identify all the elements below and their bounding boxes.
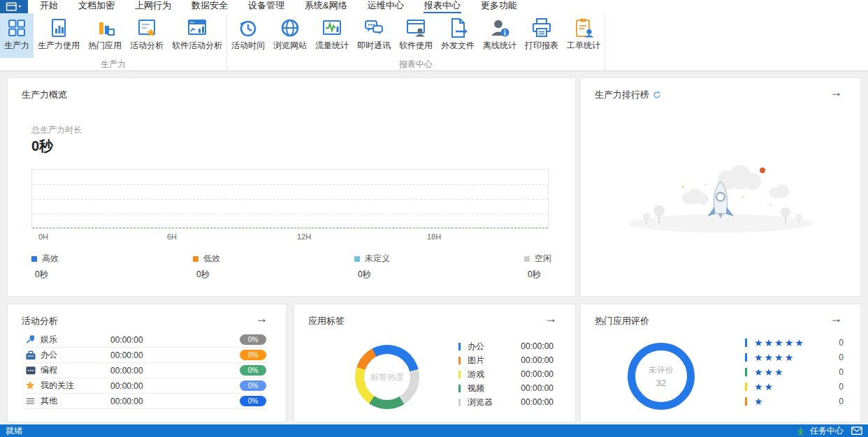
legend-tick (458, 343, 461, 350)
arrow-right-icon[interactable]: → (255, 311, 268, 325)
ribbon-button-doc-chart[interactable]: 生产力使用 (34, 13, 84, 58)
activity-row-编程[interactable]: 编程00:00:000% (24, 363, 266, 378)
activity-percent-badge: 0% (240, 380, 266, 391)
ribbon-button-bars[interactable]: 热门应用 (84, 13, 126, 58)
ribbon-button-clipboard-person[interactable]: 工单统计 (563, 13, 605, 58)
legend-item-高效[interactable]: 高效0秒 (31, 253, 59, 281)
x-tick-label: 12H (297, 232, 311, 241)
person-info-icon (489, 17, 511, 39)
tag-legend-row-办公[interactable]: 办公00:00:00 (458, 339, 554, 353)
tag-legend-row-浏览器[interactable]: 浏览器00:00:00 (458, 395, 554, 409)
ribbon-button-person-info[interactable]: 离线统计 (479, 13, 521, 58)
ribbon-button-label: 软件活动分析 (172, 40, 222, 50)
tag-time: 00:00:00 (521, 383, 554, 393)
ribbon-button-clock[interactable]: 活动时间 (227, 13, 269, 58)
activity-time: 00:00:00 (110, 335, 143, 345)
rating-count: 0 (839, 367, 844, 377)
ribbon-button-label: 工单统计 (567, 40, 600, 50)
globe-icon (279, 17, 301, 39)
tag-legend-row-视频[interactable]: 视频00:00:00 (458, 381, 554, 395)
ribbon-button-label: 活动时间 (231, 40, 265, 50)
tag-legend-row-图片[interactable]: 图片00:00:00 (458, 353, 554, 367)
legend-tick (745, 368, 747, 376)
arrow-right-icon[interactable]: → (830, 311, 842, 325)
star-icons: ★★★★ (754, 353, 795, 362)
star-icon (25, 380, 36, 391)
menu-tab-4[interactable]: 设备管理 (247, 0, 285, 13)
rating-row-5-star[interactable]: ★★★★★0 (745, 335, 844, 350)
rating-row-4-star[interactable]: ★★★★0 (745, 350, 844, 364)
ribbon-button-globe[interactable]: 浏览网站 (269, 13, 311, 58)
legend-tick (458, 371, 461, 378)
refresh-icon[interactable] (653, 91, 661, 99)
menu-tab-8[interactable]: 更多功能 (480, 0, 518, 13)
task-center-button[interactable]: 任务中心 (810, 425, 844, 437)
activity-list: 娱乐00:00:000%办公00:00:000%编程00:00:000%我的关注… (24, 332, 266, 409)
legend-tick (745, 397, 747, 406)
doc-star-icon (136, 17, 158, 39)
ribbon-button-label: 浏览网站 (273, 40, 307, 50)
ribbon-button-grid[interactable]: 生产力 (0, 13, 34, 58)
ribbon-button-doc-star[interactable]: 活动分析 (126, 13, 168, 58)
ribbon-button-chat[interactable]: 即时通讯 (353, 13, 395, 58)
tag-label: 浏览器 (468, 397, 493, 408)
ribbon-button-label: 打印报表 (525, 40, 558, 50)
rating-row-3-star[interactable]: ★★★0 (745, 364, 844, 379)
ribbon-toolbar: 生产力生产力使用热门应用活动分析软件活动分析生产力活动时间浏览网站流量统计即时通… (0, 13, 868, 71)
activity-time: 00:00:00 (110, 397, 143, 406)
menu-tab-6[interactable]: 运维中心 (367, 0, 405, 13)
total-productivity-label: 总生产力时长 (31, 124, 82, 136)
grid-line (32, 199, 548, 200)
app-menu-button[interactable] (0, 0, 28, 13)
panel-productivity-ranking: 生产力排行榜 → (580, 77, 861, 297)
activity-row-娱乐[interactable]: 娱乐00:00:000% (24, 332, 266, 348)
tag-time: 00:00:00 (521, 369, 554, 379)
activity-label: 办公 (41, 349, 110, 361)
menu-tab-0[interactable]: 开始 (39, 0, 59, 13)
activity-label: 其他 (41, 395, 110, 407)
legend-item-未定义[interactable]: 未定义0秒 (354, 253, 390, 281)
arrow-right-icon[interactable]: → (544, 311, 557, 325)
star-icons: ★ (754, 397, 765, 406)
x-axis-labels: 0H6H12H18H (31, 232, 549, 242)
arrow-right-icon[interactable]: → (830, 85, 842, 99)
grid-line (32, 184, 548, 185)
panel-productivity-overview: 生产力概览 总生产力时长 0秒 0H6H12H18H 高效0秒低效0秒未定义0秒… (7, 77, 576, 297)
activity-row-其他[interactable]: 其他00:00:000% (24, 394, 266, 409)
legend-swatch (193, 256, 198, 262)
menu-tab-1[interactable]: 文档加密 (78, 0, 115, 13)
tag-legend-row-游戏[interactable]: 游戏00:00:00 (458, 367, 554, 381)
legend-item-空闲[interactable]: 空闲0秒 (524, 253, 551, 281)
menu-tab-2[interactable]: 上网行为 (134, 0, 172, 13)
activity-row-我的关注[interactable]: 我的关注00:00:000% (24, 378, 266, 394)
printer-icon (530, 17, 553, 39)
legend-tick (458, 385, 461, 392)
mail-icon[interactable] (851, 427, 862, 435)
ribbon-button-window-chart[interactable]: 软件活动分析 (168, 13, 226, 58)
legend-item-低效[interactable]: 低效0秒 (193, 253, 220, 281)
ribbon-button-doc-arrow[interactable]: 外发文件 (437, 13, 479, 58)
ribbon-items: 生产力生产力使用热门应用活动分析软件活动分析 (0, 13, 226, 58)
activity-label: 我的关注 (41, 380, 110, 392)
menu-tab-3[interactable]: 数据安全 (191, 0, 229, 13)
ribbon-button-chart-pulse[interactable]: 流量统计 (311, 13, 353, 58)
ribbon-button-window-person[interactable]: 软件使用 (395, 13, 437, 58)
menu-tabs: 开始文档加密上网行为数据安全设备管理系统&网络运维中心报表中心更多功能 (39, 0, 518, 13)
legend-tick (458, 399, 461, 406)
ribbon-button-printer[interactable]: 打印报表 (521, 13, 563, 58)
rating-row-2-star[interactable]: ★★0 (745, 379, 844, 394)
ratings-list: ★★★★★0★★★★0★★★0★★0★0 (745, 335, 844, 408)
menu-tab-5[interactable]: 系统&网络 (304, 0, 348, 13)
menu-tab-7[interactable]: 报表中心 (424, 0, 461, 13)
rating-row-1-star[interactable]: ★0 (745, 394, 844, 408)
grid-line (32, 214, 548, 214)
legend-tick (458, 357, 461, 364)
legend-tick (745, 383, 747, 391)
activity-label: 娱乐 (41, 334, 110, 346)
ribbon-button-label: 生产力使用 (38, 40, 80, 50)
activity-row-办公[interactable]: 办公00:00:000% (24, 348, 266, 363)
ribbon-button-label: 即时通讯 (357, 40, 391, 50)
unrated-label: 未评价 (649, 364, 674, 376)
ribbon-group-label: 生产力 (0, 58, 226, 73)
doc-chart-icon (48, 17, 70, 39)
